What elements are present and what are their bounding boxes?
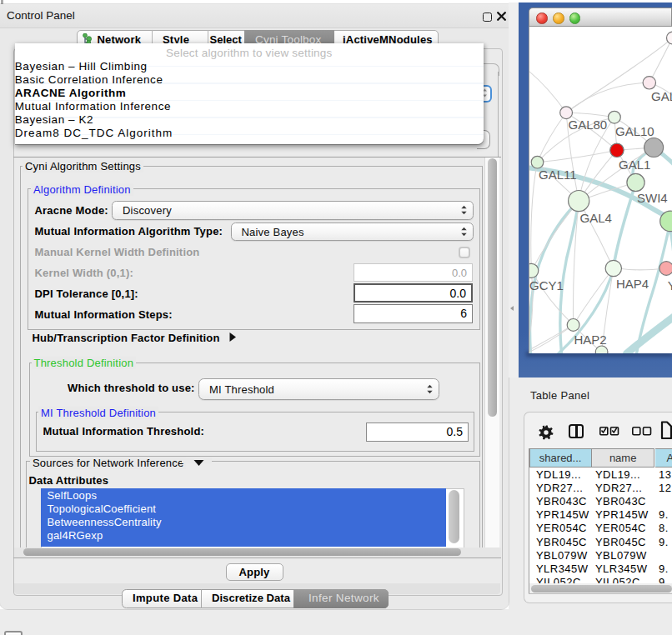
svg-text:GAL4: GAL4 bbox=[579, 211, 611, 225]
svg-text:GAL1: GAL1 bbox=[619, 158, 650, 172]
svg-text:HAP2: HAP2 bbox=[574, 332, 606, 347]
svg-text:GAL10: GAL10 bbox=[615, 124, 654, 138]
svg-text:GCY1: GCY1 bbox=[529, 278, 564, 292]
svg-text:GAL80: GAL80 bbox=[568, 118, 607, 132]
svg-text:GAL11: GAL11 bbox=[539, 167, 577, 181]
svg-text:YJ: YJ bbox=[667, 278, 672, 292]
svg-text:GAL2: GAL2 bbox=[651, 89, 672, 103]
svg-text:HAP4: HAP4 bbox=[616, 277, 649, 291]
svg-text:SWI4: SWI4 bbox=[637, 191, 668, 205]
